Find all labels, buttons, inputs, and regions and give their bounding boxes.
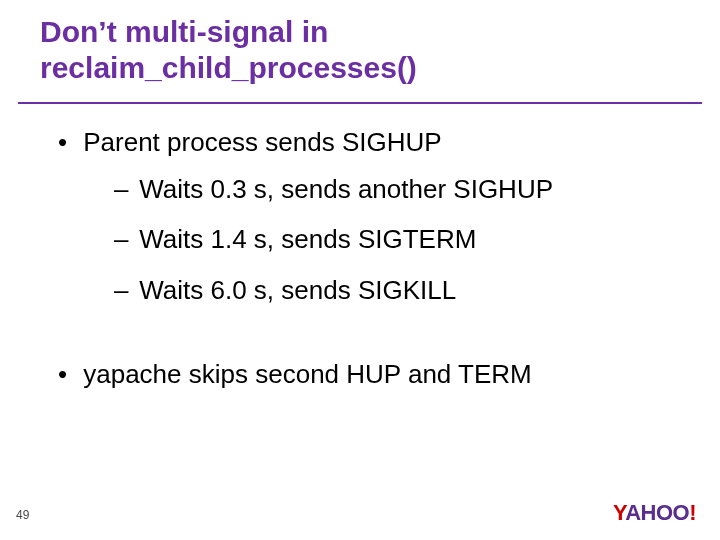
- bullet-level2: – Waits 6.0 s, sends SIGKILL: [114, 274, 680, 307]
- bullet-level1: • yapache skips second HUP and TERM: [58, 358, 680, 391]
- bullet-dot-icon: •: [58, 358, 76, 391]
- slide-title: Don’t multi-signal in reclaim_child_proc…: [40, 14, 680, 86]
- slide: Don’t multi-signal in reclaim_child_proc…: [0, 0, 720, 540]
- bullet-dash-icon: –: [114, 223, 132, 256]
- bullet-text: Waits 0.3 s, sends another SIGHUP: [139, 174, 553, 204]
- logo-y: Y: [613, 500, 625, 525]
- title-line-2: reclaim_child_processes(): [40, 50, 680, 86]
- bullet-dash-icon: –: [114, 173, 132, 206]
- title-line-1: Don’t multi-signal in: [40, 14, 680, 50]
- title-underline: [18, 102, 702, 104]
- slide-body: • Parent process sends SIGHUP – Waits 0.…: [58, 126, 680, 405]
- logo-ahoo: AHOO: [625, 500, 689, 525]
- page-number: 49: [16, 508, 29, 522]
- bullet-text: Parent process sends SIGHUP: [83, 127, 441, 157]
- bullet-level1: • Parent process sends SIGHUP: [58, 126, 680, 159]
- bullet-text: Waits 6.0 s, sends SIGKILL: [139, 275, 456, 305]
- bullet-level2: – Waits 0.3 s, sends another SIGHUP: [114, 173, 680, 206]
- bullet-level2: – Waits 1.4 s, sends SIGTERM: [114, 223, 680, 256]
- spacer: [58, 324, 680, 358]
- bullet-text: Waits 1.4 s, sends SIGTERM: [139, 224, 476, 254]
- bullet-dash-icon: –: [114, 274, 132, 307]
- bullet-dot-icon: •: [58, 126, 76, 159]
- bullet-text: yapache skips second HUP and TERM: [83, 359, 532, 389]
- logo-bang: !: [689, 500, 696, 525]
- yahoo-logo: YAHOO!: [613, 500, 696, 526]
